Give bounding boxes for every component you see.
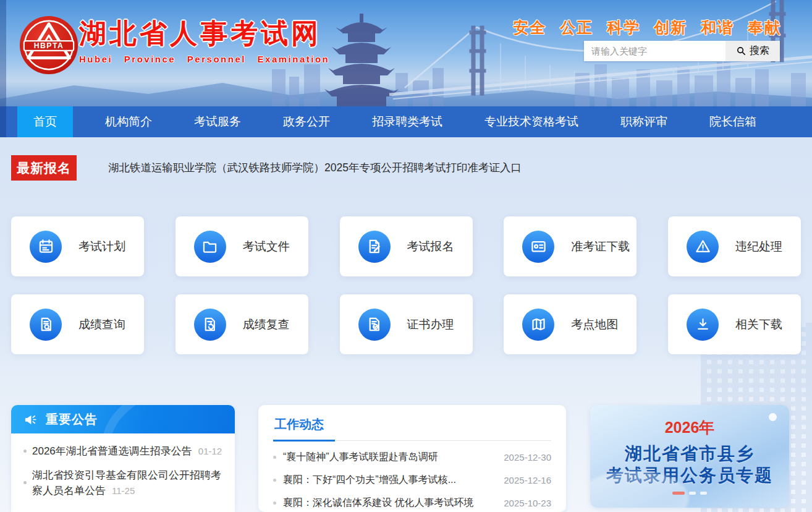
news-list-item[interactable]: 襄阳：深化诚信体系建设 优化人事考试环境 2025-10-23	[273, 497, 551, 510]
service-card-downloads[interactable]: 相关下载	[668, 294, 801, 354]
carousel-dot[interactable]	[700, 492, 707, 495]
work-news-header: 工作动态	[273, 405, 551, 441]
latest-registration-badge: 最新报名	[11, 155, 77, 181]
certificate-icon	[366, 316, 383, 333]
notice-date: 11-25	[112, 485, 135, 496]
service-label: 相关下载	[735, 317, 782, 333]
notice-list: 2026年湖北省普通选调生招录公告01-12 湖北省投资引导基金有限公司公开招聘…	[11, 433, 235, 499]
main-nav: 首页 机构简介 考试服务 政务公开 招录聘类考试 专业技术资格考试 职称评审 院…	[0, 106, 812, 137]
important-notices-panel: 重要公告 2026年湖北省普通选调生招录公告01-12 湖北省投资引导基金有限公…	[11, 405, 235, 512]
service-card-score-recheck[interactable]: 成绩复查	[176, 294, 308, 354]
carousel-indicators	[672, 492, 707, 495]
service-label: 考试文件	[243, 239, 290, 255]
nav-item-about[interactable]: 机构简介	[95, 106, 162, 137]
notice-list-item[interactable]: 2026年湖北省普通选调生招录公告01-12	[21, 443, 225, 459]
header-slogan: 安全 公正 科学 创新 和谐 奉献	[513, 17, 781, 38]
nav-item-gov-affairs[interactable]: 政务公开	[273, 106, 340, 137]
logo-text: HBPTA	[34, 41, 64, 50]
service-label: 考点地图	[571, 317, 618, 333]
service-card-exam-documents[interactable]: 考试文件	[176, 216, 308, 276]
nav-item-title-review[interactable]: 职称评审	[611, 106, 677, 137]
important-notices-header: 重要公告	[11, 405, 235, 433]
banner-year: 2026年	[665, 417, 715, 438]
notice-list-item[interactable]: 湖北省投资引导基金有限公司公开招聘考察人员名单公告11-25	[21, 467, 225, 499]
service-label: 成绩查询	[78, 317, 125, 333]
id-card-icon	[530, 238, 547, 255]
banner-title-line2: 考试录用公务员专题	[606, 464, 773, 486]
nav-item-recruitment-exams[interactable]: 招录聘类考试	[362, 106, 452, 137]
service-label: 准考证下载	[571, 239, 630, 255]
service-card-grid: 考试计划 考试文件 考试报名 准考证下载 违纪处理 成绩查询 成绩复查	[11, 216, 801, 354]
service-card-score-query[interactable]: 成绩查询	[11, 294, 144, 354]
news-date: 2025-12-16	[504, 475, 551, 485]
folder-icon	[201, 238, 218, 255]
nav-item-professional-exams[interactable]: 专业技术资格考试	[475, 106, 588, 137]
announcement-link[interactable]: 湖北铁道运输职业学院（武汉铁路技师学院）2025年专项公开招聘考试打印准考证入口	[108, 155, 522, 181]
news-list-item[interactable]: 襄阳：下好“四个功夫”增强人事考试核... 2025-12-16	[273, 474, 551, 487]
service-card-exam-plan[interactable]: 考试计划	[11, 216, 144, 276]
important-notices-title: 重要公告	[46, 411, 98, 428]
download-icon	[695, 316, 711, 333]
search-icon	[736, 46, 746, 56]
search-bar: 搜索	[584, 41, 780, 61]
bullet-dot	[273, 501, 276, 505]
site-header: HBPTA 湖北省人事考试网 Hubei Province Personnel …	[0, 0, 812, 106]
notice-date: 01-12	[198, 446, 222, 456]
carousel-dot[interactable]	[672, 492, 685, 495]
service-label: 证书办理	[407, 317, 454, 333]
news-date: 2025-12-30	[504, 452, 551, 463]
tower-silhouette	[324, 14, 399, 106]
service-label: 违纪处理	[735, 239, 782, 255]
bullet-dot	[273, 456, 276, 459]
hbpta-logo[interactable]: HBPTA	[19, 15, 79, 75]
recheck-document-icon	[201, 316, 218, 333]
carousel-dot[interactable]	[689, 492, 696, 495]
nav-item-director-mailbox[interactable]: 院长信箱	[700, 106, 766, 137]
map-icon	[530, 316, 547, 333]
service-label: 成绩复查	[243, 317, 290, 333]
service-card-violation-handling[interactable]: 违纪处理	[668, 216, 801, 276]
site-title: 湖北省人事考试网	[79, 19, 329, 48]
work-news-title[interactable]: 工作动态	[273, 416, 335, 442]
nav-item-exam-services[interactable]: 考试服务	[184, 106, 251, 137]
service-card-exam-registration[interactable]: 考试报名	[340, 216, 473, 276]
service-label: 考试报名	[407, 239, 454, 255]
calendar-icon	[38, 238, 54, 255]
banner-title-line1: 湖北省省市县乡	[625, 443, 755, 464]
news-list-item[interactable]: “襄十随神”人事考试联盟赴青岛调研 2025-12-30	[273, 451, 551, 464]
service-card-certificate-processing[interactable]: 证书办理	[340, 294, 473, 354]
edit-document-icon	[366, 238, 383, 255]
nav-item-home[interactable]: 首页	[17, 106, 73, 137]
service-card-exam-site-map[interactable]: 考点地图	[504, 294, 636, 354]
search-input[interactable]	[584, 41, 725, 61]
site-subtitle: Hubei Province Personnel Examination	[79, 54, 329, 64]
service-label: 考试计划	[78, 239, 125, 255]
bullet-dot	[273, 479, 276, 482]
megaphone-icon	[23, 412, 38, 427]
service-card-admission-ticket[interactable]: 准考证下载	[504, 216, 636, 276]
search-button-label: 搜索	[750, 45, 769, 58]
warning-icon	[695, 238, 711, 255]
work-news-panel: 工作动态 “襄十随神”人事考试联盟赴青岛调研 2025-12-30 襄阳：下好“…	[258, 405, 566, 512]
search-button[interactable]: 搜索	[725, 41, 780, 61]
window-edge	[0, 0, 6, 137]
civil-service-exam-banner[interactable]: 2026年 湖北省省市县乡 考试录用公务员专题	[590, 405, 789, 508]
news-date: 2025-10-23	[504, 498, 551, 508]
search-document-icon	[38, 316, 54, 333]
